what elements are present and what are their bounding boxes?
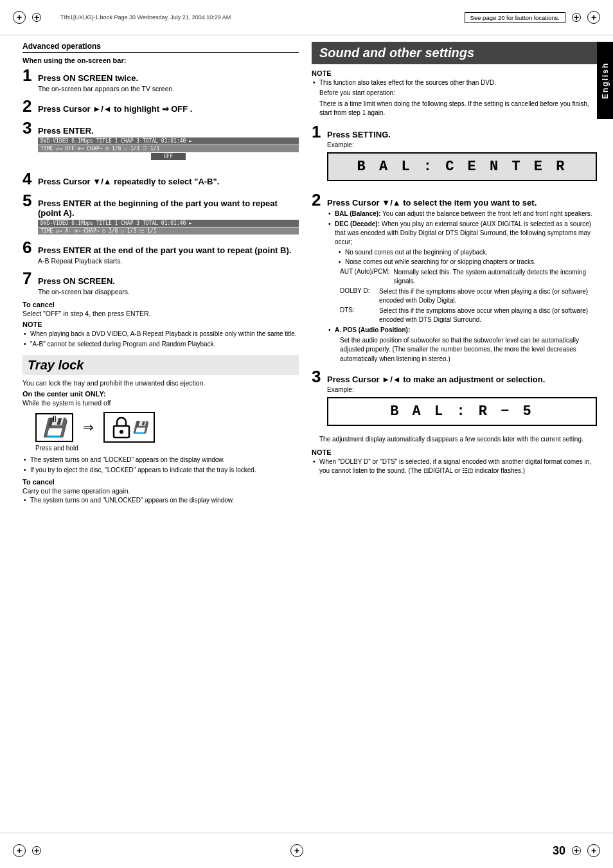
- bal-text: You can adjust the balance between the f…: [382, 210, 592, 217]
- step-2-heading: Press Cursor ►/◄ to highlight ⇒ OFF .: [38, 104, 299, 114]
- final-note: The adjustment display automatically dis…: [319, 435, 597, 445]
- dolby-key: DOLBY D:: [340, 287, 375, 305]
- right-step-3-row: 3 Press Cursor ►/◄ to make an adjustment…: [312, 368, 597, 431]
- top-right-reg-mark2: [587, 11, 600, 24]
- step-7-heading: Press ON SCREEN.: [38, 276, 299, 286]
- english-tab: English: [597, 42, 613, 119]
- dvd-bar-1: DVD-VIDEO 6.1Mbps TITLE 1 CHAP 3 TOTAL 0…: [38, 137, 299, 145]
- top-marks-area: TIfs1[UXUG]-1.book Page 30 Wednesday, Ju…: [0, 0, 613, 35]
- step-7-row: 7 Press ON SCREEN. The on-screen bar dis…: [22, 270, 299, 297]
- right-note2-section: NOTE When "DOLBY D" or "DTS" is selected…: [312, 448, 597, 475]
- right-step-2-row: 2 Press Cursor ▼/▲ to select the item yo…: [312, 191, 597, 365]
- dvd-bar-1b: TIME ↺⇒ OFF ⊕→ CHAP→ ⊡ 1/8 ☐ 1/3 ☷ 1/1: [38, 145, 299, 152]
- page-number: 30: [553, 844, 565, 858]
- example-1-label: Example:: [327, 141, 597, 148]
- dts-key: DTS:: [340, 306, 375, 324]
- right-note-heading: NOTE: [312, 69, 597, 77]
- while-text: While the system is turned off: [22, 399, 299, 407]
- example-3-label: Example:: [327, 386, 597, 393]
- right-note2-text: When "DOLBY D" or "DTS" is selected, if …: [319, 457, 597, 475]
- arrow-icon: ⇒: [83, 420, 94, 435]
- step-3-content: Press ENTER. DVD-VIDEO 6.1Mbps TITLE 1 C…: [38, 126, 299, 166]
- apos-item: A. POS (Audio Position):: [335, 326, 597, 335]
- step-5-content: Press ENTER at the beginning of the part…: [38, 199, 299, 235]
- aut-item: AUT (Auto)/PCM: Normally select this. Th…: [340, 268, 597, 286]
- dec-label: DEC (Decode):: [335, 220, 380, 227]
- right-step-3-heading: Press Cursor ►/◄ to make an adjustment o…: [327, 375, 597, 384]
- tray-diagram: || 💾 ⇒ 💾: [35, 412, 299, 443]
- bal-center-display: B A L : C E N T E R: [327, 152, 597, 181]
- apos-label: A. POS (Audio Position):: [335, 326, 410, 333]
- tray-to-cancel-heading: To cancel: [22, 478, 299, 486]
- right-note-section: NOTE This function also takes effect for…: [312, 69, 597, 118]
- tray-lock-title: Tray lock: [28, 358, 294, 373]
- on-screen-bar-note: When using the on-screen bar:: [22, 57, 299, 64]
- right-note2-heading: NOTE: [312, 448, 597, 456]
- right-column: English Sound and other settings NOTE Th…: [312, 42, 597, 506]
- top-note: See page 20 for button locations.: [465, 12, 565, 23]
- right-step-3-content: Press Cursor ►/◄ to make an adjustment o…: [327, 375, 597, 431]
- step-1-row: 1 Press ON SCREEN twice. The on-screen b…: [22, 67, 299, 94]
- tray-lock-desc: You can lock the tray and prohibit the u…: [22, 379, 299, 387]
- bottom-marks-area: 30: [0, 833, 613, 868]
- bal-item: BAL (Balance): You can adjust the balanc…: [335, 209, 597, 218]
- step-6-number: 6: [22, 239, 34, 256]
- tray-bullet-2: If you try to eject the disc, "LOCKED" a…: [30, 466, 299, 475]
- main-content: Advanced operations When using the on-sc…: [0, 35, 613, 513]
- step-2-content: Press Cursor ►/◄ to highlight ⇒ OFF .: [38, 104, 299, 116]
- right-step-2-content: Press Cursor ▼/▲ to select the item you …: [327, 198, 597, 365]
- bal-label: BAL (Balance):: [335, 210, 381, 217]
- right-step-1-heading: Press SETTING.: [327, 130, 597, 139]
- step-4-number: 4: [22, 170, 34, 187]
- step-7-content: Press ON SCREEN. The on-screen bar disap…: [38, 276, 299, 297]
- step-4-row: 4 Press Cursor ▼/▲ repeatedly to select …: [22, 170, 299, 188]
- dts-val: Select this if the symptoms above occur …: [379, 306, 597, 324]
- off-bar: OFF: [151, 153, 186, 160]
- sub-item-1: No sound comes out at the beginning of p…: [345, 248, 597, 258]
- right-step-2-heading: Press Cursor ▼/▲ to select the item you …: [327, 198, 597, 208]
- step-6-text: A-B Repeat Playback starts.: [38, 257, 299, 265]
- to-cancel-section: To cancel Select "OFF" in step 4, then p…: [22, 301, 299, 317]
- on-center-unit-heading: On the center unit ONLY:: [22, 390, 299, 398]
- step-1-heading: Press ON SCREEN twice.: [38, 73, 299, 83]
- file-info: TIfs1[UXUG]-1.book Page 30 Wednesday, Ju…: [41, 14, 465, 21]
- step-5-number: 5: [22, 192, 34, 209]
- step-6-heading: Press ENTER at the end of the part you w…: [38, 245, 299, 255]
- right-note-3: There is a time limit when doing the fol…: [319, 100, 597, 118]
- top-left-reg-mark: [13, 11, 26, 24]
- step-4-content: Press Cursor ▼/▲ repeatedly to select "A…: [38, 177, 299, 188]
- step-1-text: The on-screen bar appears on the TV scre…: [38, 85, 299, 93]
- apos-text: Set the audio position of subwoofer so t…: [340, 336, 597, 364]
- step-2-row: 2 Press Cursor ►/◄ to highlight ⇒ OFF .: [22, 98, 299, 116]
- svg-point-1: [120, 430, 123, 434]
- sub-item-2: Noise comes out while searching for or s…: [345, 258, 597, 267]
- bottom-center-reg-mark: [290, 844, 303, 857]
- step-3-row: 3 Press ENTER. DVD-VIDEO 6.1Mbps TITLE 1…: [22, 120, 299, 166]
- tray-lock-section: Tray lock: [22, 355, 299, 375]
- step-6-row: 6 Press ENTER at the end of the part you…: [22, 239, 299, 266]
- step-3-number: 3: [22, 120, 34, 136]
- right-step-1-content: Press SETTING. Example: B A L : C E N T …: [327, 130, 597, 188]
- step-6-content: Press ENTER at the end of the part you w…: [38, 245, 299, 266]
- aut-val: Normally select this. The system automat…: [394, 268, 597, 286]
- left-column: Advanced operations When using the on-sc…: [22, 42, 299, 506]
- to-cancel-heading: To cancel: [22, 301, 299, 308]
- step-3-heading: Press ENTER.: [38, 126, 299, 136]
- dts-item: DTS: Select this if the symptoms above o…: [340, 306, 597, 324]
- sound-settings-title: Sound and other settings: [312, 42, 597, 64]
- tray-lock-content: You can lock the tray and prohibit the u…: [22, 379, 299, 505]
- note-item-1: When playing back a DVD VIDEO, A-B Repea…: [30, 330, 299, 339]
- tray-eject-icon: || 💾: [35, 413, 73, 442]
- right-note-2: Before you start operation:: [319, 89, 597, 98]
- top-left-reg-mark2: [32, 13, 41, 22]
- dvd-bar-2: DVD-VIDEO 6.1Mbps TITLE 1 CHAP 3 TOTAL 0…: [38, 220, 299, 227]
- tray-to-cancel-text: Carry out the same operation again.: [22, 487, 299, 495]
- to-cancel-text: Select "OFF" in step 4, then press ENTER…: [22, 310, 299, 317]
- step-7-number: 7: [22, 270, 34, 287]
- right-step-1-number: 1: [312, 123, 323, 140]
- step-1-content: Press ON SCREEN twice. The on-screen bar…: [38, 73, 299, 94]
- tray-bullet-1: The system turns on and "LOCKED" appears…: [30, 456, 299, 465]
- step-2-number: 2: [22, 98, 34, 114]
- page-container: TIfs1[UXUG]-1.book Page 30 Wednesday, Ju…: [0, 0, 613, 868]
- right-step-1-row: 1 Press SETTING. Example: B A L : C E N …: [312, 123, 597, 188]
